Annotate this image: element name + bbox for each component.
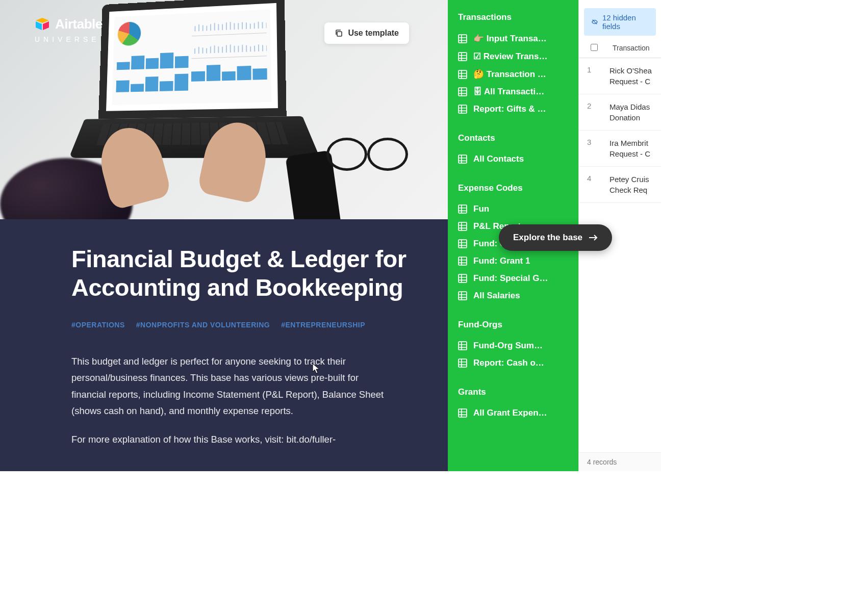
svg-rect-17 [459,359,467,367]
svg-rect-16 [459,342,467,350]
sidebar-item[interactable]: Fund-Org Sum… [457,337,569,354]
row-text: Maya Didas Donation [609,94,661,130]
sidebar-item-label: Report: Cash o… [473,358,544,368]
row-number: 1 [579,58,609,94]
arrow-right-icon [589,235,598,241]
svg-rect-12 [459,240,467,248]
svg-rect-8 [459,105,467,113]
svg-marker-1 [36,21,42,30]
sidebar-item-label: All Contacts [473,154,524,164]
sidebar-item-label: Fund: Grant 1 [473,256,530,266]
svg-rect-13 [459,257,467,265]
page-title: Financial Budget & Ledger for Accounting… [71,245,413,302]
copy-icon [335,29,343,37]
sidebar-item-label: 👉🏼 Input Transa… [473,33,547,44]
table-row[interactable]: 2Maya Didas Donation [579,94,661,131]
sidebar-item[interactable]: All Salaries [457,287,569,304]
svg-rect-10 [459,205,467,213]
svg-rect-15 [459,292,467,300]
use-template-button[interactable]: Use template [324,22,409,44]
sidebar-heading: Transactions [458,12,569,22]
sidebar-item[interactable]: 🤔 Transaction … [457,65,569,83]
sidebar-item-label: Fund-Org Sum… [473,341,543,351]
svg-rect-9 [459,155,467,163]
use-template-label: Use template [348,29,399,38]
row-text: Ira Membrit Request - C [609,131,661,166]
logo-brand-text: Airtable [55,16,103,32]
tag-nonprofits[interactable]: #NONPROFITS AND VOLUNTEERING [136,321,270,329]
sidebar-item-label: All Grant Expen… [473,408,547,418]
description-p2: For more explanation of how this Base wo… [71,431,388,448]
select-all-checkbox[interactable] [579,39,609,58]
tag-entrepreneurship[interactable]: #ENTREPRENEURSHIP [281,321,365,329]
explore-base-button[interactable]: Explore the base [499,224,612,251]
content-area: Financial Budget & Ledger for Accounting… [0,219,448,471]
sidebar-section: GrantsAll Grant Expen… [457,387,569,422]
row-number: 3 [579,131,609,166]
right-panel: Transactions👉🏼 Input Transa…☑ Review Tra… [448,0,661,471]
eye-off-icon [591,18,598,26]
sidebar-item[interactable]: Report: Gifts & … [457,100,569,118]
svg-rect-6 [459,70,467,79]
svg-rect-5 [459,53,467,61]
tag-list: #OPERATIONS #NONPROFITS AND VOLUNTEERING… [71,321,413,329]
logo[interactable]: Airtable UNIVERSE [35,16,103,43]
explore-base-label: Explore the base [513,233,582,243]
description: This budget and ledger is perfect for an… [71,353,388,448]
sidebar-item[interactable]: ☑ Review Trans… [457,47,569,65]
sidebar-section: Fund-OrgsFund-Org Sum…Report: Cash o… [457,320,569,372]
description-p1: This budget and ledger is perfect for an… [71,353,388,420]
sidebar-item[interactable]: 👉🏼 Input Transa… [457,30,569,47]
svg-marker-0 [36,18,49,23]
sidebar-item-label: All Salaries [473,291,520,301]
sidebar-item[interactable]: Fund: Grant 1 [457,252,569,270]
sidebar-item-label: 🗄 All Transacti… [473,87,544,97]
table-body: 1Rick O'Shea Request - C2Maya Didas Dona… [579,58,661,452]
sidebar-item[interactable]: Fun [457,200,569,218]
svg-marker-2 [43,21,49,30]
table-header: Transaction [579,39,661,58]
svg-rect-11 [459,222,467,230]
sidebar-heading: Grants [458,387,569,397]
row-text: Petey Cruis Check Req [609,167,661,202]
svg-rect-4 [459,35,467,43]
sidebar-item[interactable]: All Grant Expen… [457,404,569,422]
sidebar-item-label: 🤔 Transaction … [473,69,546,80]
sidebar-item[interactable]: Report: Cash o… [457,354,569,372]
table-row[interactable]: 4Petey Cruis Check Req [579,167,661,203]
hero-image: Airtable UNIVERSE Use template [0,0,448,219]
sidebar-section: Transactions👉🏼 Input Transa…☑ Review Tra… [457,12,569,118]
sidebar-heading: Expense Codes [458,183,569,193]
sidebar-heading: Fund-Orgs [458,320,569,330]
table-row[interactable]: 3Ira Membrit Request - C [579,131,661,167]
airtable-logo-icon [35,18,50,31]
sidebar-item-label: ☑ Review Trans… [473,51,547,62]
sidebar-item[interactable]: Fund: Special G… [457,270,569,287]
row-number: 2 [579,94,609,130]
column-header-transaction[interactable]: Transaction [609,39,661,58]
left-panel: Airtable UNIVERSE Use template [0,0,448,471]
svg-rect-3 [337,32,342,36]
svg-rect-7 [459,88,467,96]
sidebar-section: ContactsAll Contacts [457,133,569,168]
row-number: 4 [579,167,609,202]
table-row[interactable]: 1Rick O'Shea Request - C [579,58,661,94]
sidebar-item-label: Report: Gifts & … [473,104,546,114]
hidden-fields-label: 12 hidden fields [602,13,649,31]
hidden-fields-button[interactable]: 12 hidden fields [584,8,656,36]
table-footer: 4 records [579,452,661,471]
tag-operations[interactable]: #OPERATIONS [71,321,125,329]
svg-rect-18 [459,409,467,417]
sidebar-item[interactable]: 🗄 All Transacti… [457,83,569,100]
svg-rect-14 [459,274,467,283]
sidebar-item[interactable]: All Contacts [457,150,569,168]
logo-sub-text: UNIVERSE [35,35,103,43]
sidebar-item-label: Fun [473,204,489,214]
row-text: Rick O'Shea Request - C [609,58,661,94]
sidebar-item-label: Fund: Special G… [473,273,548,284]
sidebar-heading: Contacts [458,133,569,143]
